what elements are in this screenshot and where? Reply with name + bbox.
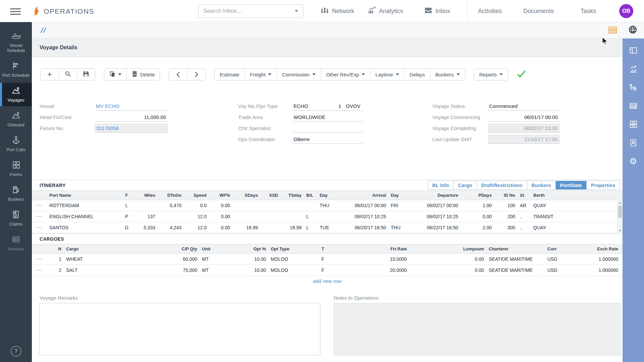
expand-double-chevron-icon[interactable] (40, 27, 48, 35)
column-header: Miles (134, 193, 158, 198)
tab-port-date[interactable]: Port/Date (555, 181, 586, 189)
sidebar-item-invoices[interactable]: Invoices (0, 232, 32, 255)
laytime-button[interactable]: Laytime (370, 69, 404, 80)
scroll-down-icon[interactable]: ▼ (619, 229, 622, 232)
row-menu-button[interactable]: ··· (32, 203, 47, 208)
commission-label: Commission (282, 72, 310, 77)
globe-icon[interactable] (628, 25, 637, 36)
scrollbar-thumb[interactable] (618, 206, 622, 218)
cell: 0.00 (409, 256, 486, 262)
table-row[interactable]: ···SANTOSD5,3334,24312.00.0018.9918.99LT… (32, 222, 617, 233)
nav-network[interactable]: Network (320, 0, 354, 22)
sidebar-item-vessel-schedule[interactable]: Vessel Schedule (0, 28, 32, 57)
cell: 5,470 (158, 203, 184, 208)
sidebar-item-bunkers[interactable]: Bunkers (0, 182, 32, 205)
cell: SALT (64, 267, 141, 273)
table-row[interactable]: ···ENGLISH CHANNELP13712.00.00L06/02/17 … (32, 211, 617, 222)
nav-activities[interactable]: Activities (478, 0, 502, 22)
nav-analytics[interactable]: Analytics (367, 0, 403, 22)
row-menu-button[interactable]: ··· (32, 214, 47, 219)
nav-inbox[interactable]: Inbox (424, 0, 450, 22)
column-header: B/L (304, 193, 317, 198)
delays-button[interactable]: Delays (404, 69, 430, 80)
user-avatar[interactable]: OB (619, 4, 633, 18)
column-header: Departure (407, 193, 461, 198)
cell: USD (545, 256, 574, 262)
trade-area-field[interactable]: WORLDWIDE (292, 113, 363, 122)
grid-table-icon[interactable] (608, 26, 617, 36)
sidebar-item-claims[interactable]: Claims (0, 207, 32, 230)
voyage-remarks-textarea[interactable] (40, 303, 320, 355)
sidebar-item-onboard[interactable]: Onboard (0, 108, 32, 131)
vessel-field[interactable]: MV ECHO (95, 102, 168, 111)
sidebar-item-port-schedule[interactable]: Port Schedule (0, 58, 32, 81)
main-content: Voyage Details + Delete Estimate Freight… (32, 39, 623, 362)
hamburger-menu-icon[interactable] (10, 8, 21, 16)
chevron-down-icon (362, 73, 365, 75)
voyage-status-field[interactable]: Commenced (488, 102, 560, 111)
search-inbox-select[interactable]: Search Inbox... (198, 4, 303, 18)
next-button[interactable] (187, 69, 205, 80)
cell: 75,000 (141, 267, 200, 273)
analytics-rail-icon[interactable] (627, 62, 640, 76)
sidebar-item-port-calls[interactable]: Port Calls (0, 132, 32, 156)
freight-button[interactable]: Freight (245, 69, 277, 80)
add-button[interactable]: + (41, 69, 59, 80)
form-table-icon[interactable] (627, 99, 640, 113)
nav-tasks[interactable]: Tasks (581, 0, 596, 22)
gear-icon[interactable]: ⚙ (627, 155, 640, 168)
column-header: Curr (545, 246, 574, 251)
estimate-button[interactable]: Estimate (215, 69, 244, 80)
head-fix-cost-label: Head Fix/Cost (40, 114, 95, 120)
sidebar-item-voyages[interactable]: Voyages (0, 83, 32, 106)
voyage-commencing-field[interactable]: 06/01/17 00:00 (488, 113, 560, 122)
sidebar-item-forms[interactable]: Forms (0, 157, 32, 181)
commission-button[interactable]: Commission (276, 69, 321, 80)
cell: MT (200, 256, 218, 262)
copy-button[interactable] (104, 69, 126, 80)
save-button[interactable] (77, 69, 95, 80)
table-row[interactable]: ···ROTTERDAML5,4700.00.00THU06/01/17 00:… (32, 200, 617, 211)
tab-properties[interactable]: Properties (586, 181, 620, 189)
nav-documents[interactable]: Documents (523, 0, 554, 22)
prev-button[interactable] (169, 69, 187, 80)
row-menu-button[interactable]: ··· (32, 267, 47, 273)
hierarchy-tree-icon[interactable] (627, 81, 640, 94)
head-fix-cost-field[interactable]: 11,000.00 (95, 113, 168, 122)
cell: THU (388, 225, 407, 230)
row-menu-button[interactable]: ··· (32, 225, 47, 230)
cell: 06/01/17 00:00 (338, 203, 388, 208)
panel-layout-icon[interactable] (627, 44, 640, 57)
reports-button[interactable]: Reports (474, 69, 508, 80)
tab-cargo[interactable]: Cargo (453, 181, 477, 189)
row-menu-button[interactable]: ··· (32, 256, 47, 262)
add-new-row-link[interactable]: add new row (32, 276, 623, 286)
itinerary-scrollbar[interactable]: ▲ ▼ (617, 200, 623, 233)
chevron-down-icon (268, 73, 271, 75)
tab-bl-info[interactable]: BL Info (428, 181, 453, 189)
cell: TUE (317, 225, 338, 230)
voy-no-field[interactable]: ECHO 1 OVOV (292, 102, 363, 111)
ops-coordinator-field[interactable]: OBerre (292, 135, 363, 144)
scroll-up-icon[interactable]: ▲ (619, 201, 622, 204)
contact-card-icon[interactable] (627, 136, 640, 149)
tab-draft-restrictions[interactable]: Draft/Restrictions (477, 181, 527, 189)
cell: D (119, 225, 134, 230)
fixture-no-field[interactable]: 20170056 (95, 124, 168, 133)
other-rev-exp-button[interactable]: Other Rev/Exp (321, 69, 370, 80)
chtr-specialist-field[interactable] (292, 124, 363, 133)
table-row[interactable]: ···1WHEAT60,000MT10.00MOLOOF15.00000.00S… (32, 254, 623, 265)
laytime-label: Laytime (375, 72, 393, 77)
trade-area-label: Trade Area (238, 114, 292, 120)
itinerary-section-header: ITINERARY BL InfoCargoDraft/Restrictions… (32, 180, 623, 190)
search-button[interactable] (59, 69, 77, 80)
opr-type-value: OVOV (346, 103, 362, 109)
delete-button[interactable]: Delete (126, 69, 160, 80)
cell: 12.0 (184, 225, 209, 230)
cell: ENGLISH CHANNEL (47, 214, 119, 219)
help-button[interactable]: ? (11, 346, 21, 357)
tab-bunkers[interactable]: Bunkers (527, 181, 555, 189)
forms-pages-icon[interactable] (627, 118, 640, 131)
bunkers-button[interactable]: Bunkers (430, 69, 465, 80)
table-row[interactable]: ···2SALT75,000MT10.00MOLOOF20.00000.00SE… (32, 265, 623, 276)
